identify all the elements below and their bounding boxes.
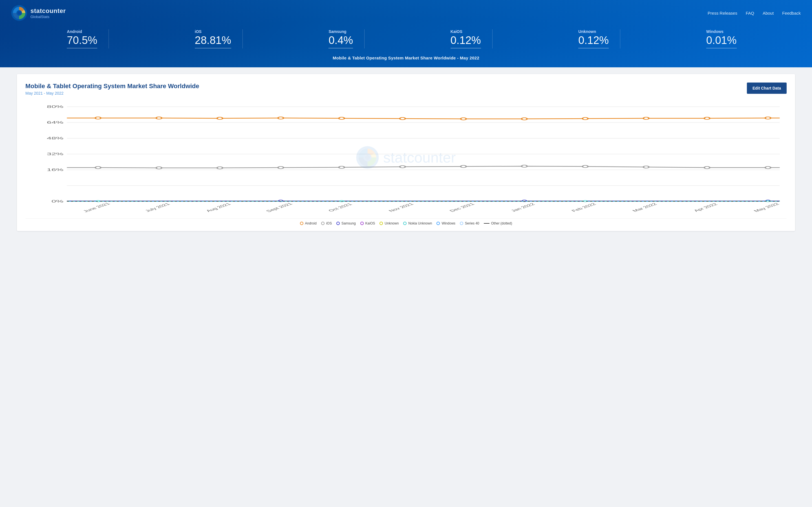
- legend-android-dot: [300, 222, 303, 225]
- legend-series40-dot: [460, 222, 463, 225]
- legend-samsung-dot: [336, 222, 340, 225]
- svg-text:July 2021: July 2021: [144, 202, 171, 212]
- svg-text:Dec 2021: Dec 2021: [448, 202, 476, 212]
- chart-title: Mobile & Tablet Operating System Market …: [26, 82, 199, 90]
- svg-point-34: [278, 117, 284, 119]
- legend-ios-label: iOS: [326, 221, 332, 225]
- legend-kaios: KaiOS: [360, 221, 375, 225]
- svg-point-48: [400, 166, 405, 168]
- svg-text:Jan 2022: Jan 2022: [509, 203, 536, 212]
- legend-android-label: Android: [305, 221, 317, 225]
- svg-point-37: [461, 118, 466, 120]
- header-background: [0, 0, 812, 67]
- chart-svg: 80% 64% 48% 32% 16% 0% June 2021 July 20…: [26, 101, 786, 214]
- svg-point-54: [765, 166, 771, 169]
- svg-text:32%: 32%: [47, 152, 63, 156]
- chart-legend: Android iOS Samsung KaiOS Unknown Nokia …: [26, 218, 786, 225]
- svg-point-35: [339, 117, 345, 119]
- legend-nokia-dot: [403, 222, 407, 225]
- svg-point-49: [461, 165, 466, 168]
- legend-unknown-dot: [379, 222, 383, 225]
- chart-section: Mobile & Tablet Operating System Market …: [17, 74, 795, 231]
- legend-other: Other (dotted): [484, 221, 512, 225]
- svg-text:80%: 80%: [47, 105, 63, 108]
- legend-unknown: Unknown: [379, 221, 399, 225]
- legend-samsung: Samsung: [336, 221, 356, 225]
- svg-point-38: [522, 118, 527, 120]
- svg-point-53: [704, 166, 710, 169]
- chart-subtitle: May 2021 - May 2022: [26, 91, 199, 96]
- svg-text:May 2022: May 2022: [752, 202, 780, 213]
- svg-point-41: [704, 117, 710, 119]
- svg-text:Apr 2022: Apr 2022: [692, 203, 719, 212]
- svg-text:Aug 2021: Aug 2021: [204, 202, 232, 212]
- svg-text:0%: 0%: [51, 200, 63, 203]
- svg-text:16%: 16%: [47, 168, 63, 172]
- svg-point-47: [339, 166, 345, 168]
- legend-series40: Series 40: [460, 221, 479, 225]
- svg-point-43: [95, 166, 101, 169]
- svg-text:48%: 48%: [47, 136, 63, 140]
- svg-text:Nov 2021: Nov 2021: [387, 202, 415, 212]
- svg-text:Oct 2021: Oct 2021: [327, 203, 353, 212]
- legend-windows-label: Windows: [442, 221, 455, 225]
- chart-title-group: Mobile & Tablet Operating System Market …: [26, 82, 199, 96]
- legend-kaios-label: KaiOS: [365, 221, 375, 225]
- svg-point-50: [522, 165, 527, 167]
- svg-text:Feb 2022: Feb 2022: [570, 202, 598, 212]
- svg-point-33: [217, 117, 223, 119]
- legend-ios-dot: [321, 222, 324, 225]
- svg-point-44: [156, 167, 162, 169]
- chart-header: Mobile & Tablet Operating System Market …: [26, 82, 786, 96]
- chart-container: statcounter 80% 64% 48% 32% 16% 0% June …: [26, 101, 786, 214]
- svg-point-45: [217, 167, 223, 169]
- svg-point-46: [278, 166, 284, 169]
- svg-point-42: [765, 117, 771, 119]
- svg-text:64%: 64%: [47, 121, 63, 124]
- legend-ios: iOS: [321, 221, 332, 225]
- svg-point-39: [582, 117, 588, 120]
- svg-text:June 2021: June 2021: [82, 202, 111, 213]
- svg-point-36: [400, 117, 405, 120]
- legend-windows: Windows: [437, 221, 455, 225]
- svg-point-51: [582, 165, 588, 168]
- svg-point-52: [644, 166, 649, 168]
- header: statcounter GlobalStats Press Releases F…: [0, 0, 812, 67]
- legend-other-line: [484, 223, 490, 224]
- legend-nokia: Nokia Unknown: [403, 221, 432, 225]
- svg-text:Sept 2021: Sept 2021: [265, 202, 294, 213]
- legend-kaios-dot: [360, 222, 364, 225]
- legend-windows-dot: [437, 222, 440, 225]
- svg-point-40: [644, 117, 649, 119]
- legend-android: Android: [300, 221, 317, 225]
- legend-samsung-label: Samsung: [342, 221, 356, 225]
- edit-chart-button[interactable]: Edit Chart Data: [747, 82, 786, 94]
- svg-point-31: [95, 117, 101, 119]
- svg-point-32: [156, 117, 162, 119]
- legend-series40-label: Series 40: [465, 221, 479, 225]
- legend-other-label: Other (dotted): [491, 221, 512, 225]
- legend-nokia-label: Nokia Unknown: [408, 221, 432, 225]
- legend-unknown-label: Unknown: [385, 221, 399, 225]
- svg-text:Mar 2022: Mar 2022: [631, 202, 658, 212]
